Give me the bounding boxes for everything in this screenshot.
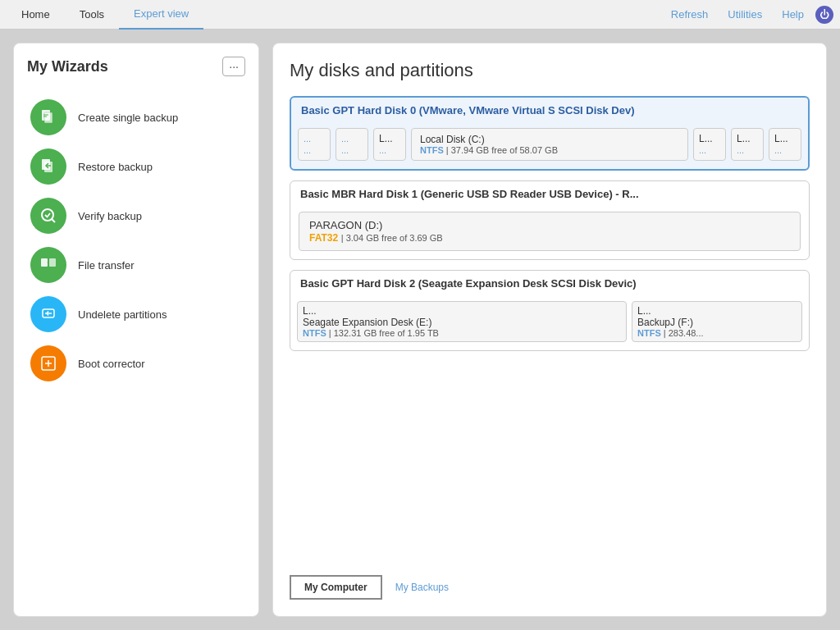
verify-backup-icon [30, 198, 66, 234]
disk-1-size: | 3.04 GB free of 3.69 GB [341, 233, 443, 243]
disk-0-part-2[interactable]: L... ... [373, 128, 406, 161]
sidebar-menu-button[interactable]: ··· [222, 57, 245, 76]
disk-0-main-partition[interactable]: Local Disk (C:) NTFS | 37.94 GB free of … [411, 128, 688, 161]
restore-backup-icon [30, 148, 66, 185]
svg-rect-3 [44, 162, 52, 172]
undelete-partitions-label: Undelete partitions [78, 308, 167, 321]
sidebar: My Wizards ··· Create single backup Rest… [13, 43, 259, 617]
main-layout: My Wizards ··· Create single backup Rest… [0, 30, 840, 630]
disk-0-part-6[interactable]: L... ... [769, 128, 801, 161]
top-navigation: Home Tools Expert view Refresh Utilities… [0, 0, 840, 30]
refresh-button[interactable]: Refresh [663, 5, 717, 24]
disk-card-2[interactable]: Basic GPT Hard Disk 2 (Seagate Expansion… [290, 270, 810, 351]
create-backup-label: Create single backup [78, 112, 178, 124]
disk-card-1[interactable]: Basic MBR Hard Disk 1 (Generic USB SD Re… [290, 180, 810, 260]
svg-line-6 [52, 219, 55, 222]
restore-backup-label: Restore backup [78, 161, 153, 173]
disk-0-local-disk-name: Local Disk (C:) [420, 134, 679, 145]
disk-2-seagate-size: | 132.31 GB free of 1.95 TB [329, 328, 439, 338]
sidebar-header: My Wizards ··· [27, 57, 245, 76]
disk-0-part-1[interactable]: ... ... [336, 128, 368, 161]
disk-0-partitions: ... ... ... ... L... ... Local Disk (C:)… [291, 123, 808, 169]
boot-corrector-icon [30, 345, 66, 381]
disk-card-0[interactable]: Basic GPT Hard Disk 0 (VMware, VMware Vi… [290, 96, 810, 171]
tab-home[interactable]: Home [7, 0, 65, 30]
disk-1-header: Basic MBR Hard Disk 1 (Generic USB SD Re… [290, 181, 809, 207]
disk-2-seagate-partition[interactable]: L... Seagate Expansion Desk (E:) NTFS | … [297, 301, 627, 342]
disk-2-backupj-name: BackupJ (F:) [637, 317, 797, 328]
disk-1-partition[interactable]: PARAGON (D:) FAT32 | 3.04 GB free of 3.6… [299, 212, 801, 251]
create-backup-icon [30, 99, 66, 135]
svg-rect-8 [49, 258, 56, 267]
svg-point-5 [42, 209, 53, 221]
wizard-item-create-backup[interactable]: Create single backup [27, 93, 245, 142]
wizard-item-restore-backup[interactable]: Restore backup [27, 142, 245, 191]
disk-2-backupj-size: | 283.48... [664, 328, 704, 338]
wizard-item-undelete-partitions[interactable]: Undelete partitions [27, 290, 245, 339]
tab-my-backups[interactable]: My Backups [382, 575, 462, 600]
panel-title: My disks and partitions [290, 60, 810, 81]
sidebar-title: My Wizards [27, 58, 108, 75]
tab-expert-view[interactable]: Expert view [119, 0, 203, 30]
verify-backup-label: Verify backup [78, 210, 142, 222]
wizard-item-file-transfer[interactable]: File transfer [27, 240, 245, 290]
help-button[interactable]: Help [774, 5, 812, 24]
disk-2-header: Basic GPT Hard Disk 2 (Seagate Expansion… [290, 271, 809, 296]
tab-tools[interactable]: Tools [65, 0, 119, 30]
undelete-partitions-icon [30, 296, 66, 332]
disk-1-fs: FAT32 [309, 232, 338, 244]
disk-1-paragon-name: PARAGON (D:) [309, 219, 790, 231]
disk-0-part-0[interactable]: ... ... [298, 128, 331, 161]
utilities-button[interactable]: Utilities [719, 5, 770, 24]
svg-rect-7 [41, 258, 48, 267]
wizard-item-boot-corrector[interactable]: Boot corrector [27, 339, 245, 388]
disk-0-header: Basic GPT Hard Disk 0 (VMware, VMware Vi… [291, 98, 808, 123]
file-transfer-label: File transfer [78, 259, 135, 272]
disk-0-part-4[interactable]: L... ... [693, 128, 726, 161]
disk-0-part-5[interactable]: L... ... [731, 128, 764, 161]
tab-my-computer[interactable]: My Computer [290, 575, 382, 600]
disk-2-backupj-fs: NTFS [637, 328, 661, 338]
disk-2-backupj-partition[interactable]: L... BackupJ (F:) NTFS | 283.48... [632, 301, 802, 342]
boot-corrector-label: Boot corrector [78, 358, 145, 370]
disk-0-size: | 37.94 GB free of 58.07 GB [446, 145, 558, 155]
wizard-item-verify-backup[interactable]: Verify backup [27, 191, 245, 240]
disk-2-seagate-fs: NTFS [303, 328, 326, 338]
bottom-tabs: My Computer My Backups [290, 567, 810, 600]
disk-0-fs: NTFS [420, 145, 444, 155]
disk-2-partitions: L... Seagate Expansion Desk (E:) NTFS | … [290, 296, 809, 350]
svg-rect-1 [44, 112, 52, 123]
disk-2-seagate-name: Seagate Expansion Desk (E:) [303, 317, 621, 328]
nav-right-actions: Refresh Utilities Help ⏻ [663, 5, 833, 24]
right-panel: My disks and partitions Basic GPT Hard D… [272, 43, 827, 617]
file-transfer-icon [30, 247, 66, 283]
power-button[interactable]: ⏻ [815, 6, 833, 24]
